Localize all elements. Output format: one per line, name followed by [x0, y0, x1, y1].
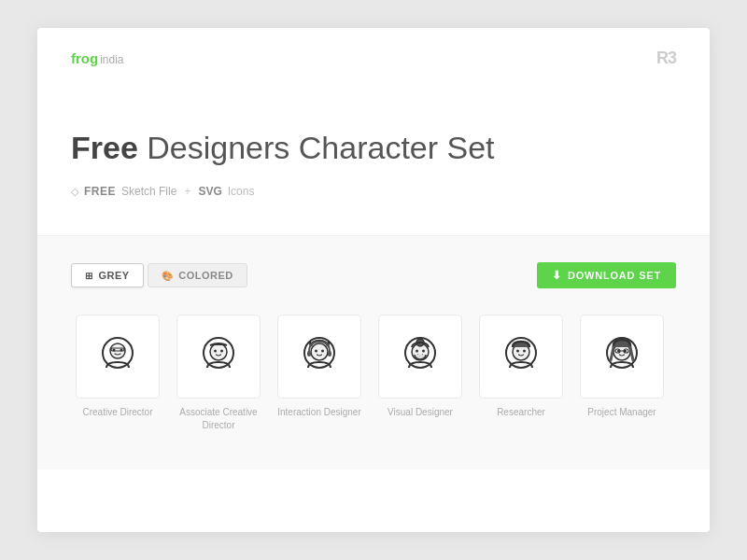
grey-icon: ⊞ [85, 271, 93, 281]
sketch-icon: ◇ [71, 186, 78, 198]
logo: frog india [71, 50, 124, 66]
character-avatar [277, 315, 361, 399]
character-label: Creative Director [82, 406, 152, 419]
svg-point-12 [321, 350, 324, 353]
character-label: Associate Creative Director [172, 406, 265, 432]
character-label: Visual Designer [388, 406, 453, 419]
svg-point-8 [220, 350, 223, 353]
free-label: FREE [84, 185, 116, 198]
download-button[interactable]: ⬇ DOWNLOAD SET [537, 262, 676, 288]
tab-grey[interactable]: ⊞ GREY [71, 263, 144, 287]
tab-grey-label: GREY [99, 270, 130, 281]
svg-rect-14 [328, 351, 331, 357]
logo-frog: frog [71, 50, 98, 66]
character-card: Visual Designer [374, 315, 467, 432]
hero-title-rest: Designers Character Set [138, 130, 495, 165]
main-card: frog india R3 Free Designers Character S… [37, 28, 710, 532]
hero-title: Free Designers Character Set [71, 130, 676, 166]
character-avatar [378, 315, 462, 399]
hero-section: Free Designers Character Set ◇ FREE Sket… [37, 85, 710, 235]
svg-point-10 [311, 343, 328, 360]
character-avatar [76, 315, 160, 399]
character-label: Researcher [497, 406, 545, 419]
colored-icon: 🎨 [162, 271, 174, 281]
character-card: Project Manager [575, 315, 669, 432]
character-card: Interaction Designer [273, 315, 366, 432]
svg-point-11 [315, 350, 317, 353]
svg-point-23 [523, 350, 526, 353]
character-avatar [479, 315, 563, 399]
icons-label: Icons [228, 185, 255, 198]
subtitle-file: Sketch File [121, 185, 176, 198]
nav-brand-icon: R3 [656, 49, 676, 68]
character-card: Creative Director [71, 315, 164, 432]
svg-point-7 [214, 350, 217, 353]
character-label: Interaction Designer [277, 406, 361, 419]
characters-grid: Creative Director Associate Creative Di [71, 315, 676, 432]
tab-group: ⊞ GREY 🎨 COLORED [71, 263, 247, 287]
download-label: DOWNLOAD SET [568, 270, 661, 281]
character-avatar [580, 315, 664, 399]
svg-rect-13 [307, 351, 311, 357]
svg-point-22 [516, 350, 519, 353]
plus-separator: + [184, 185, 190, 198]
character-card: Associate Creative Director [172, 315, 265, 432]
navbar: frog india R3 [37, 28, 710, 85]
bottom-section: ⊞ GREY 🎨 COLORED ⬇ DOWNLOAD SET [37, 235, 710, 469]
svg-point-17 [416, 350, 418, 353]
controls-row: ⊞ GREY 🎨 COLORED ⬇ DOWNLOAD SET [71, 262, 676, 288]
tab-colored-label: COLORED [178, 270, 233, 281]
hero-title-bold: Free [71, 130, 138, 165]
download-icon: ⬇ [552, 269, 562, 282]
svg-point-6 [210, 343, 227, 360]
character-label: Project Manager [587, 406, 655, 419]
hero-subtitle: ◇ FREE Sketch File + SVG Icons [71, 185, 676, 198]
character-card: Researcher [474, 315, 568, 432]
logo-india: india [100, 53, 123, 66]
character-avatar [176, 315, 261, 399]
svg-point-18 [422, 350, 425, 353]
svg-label: SVG [198, 185, 221, 198]
tab-colored[interactable]: 🎨 COLORED [148, 263, 247, 287]
